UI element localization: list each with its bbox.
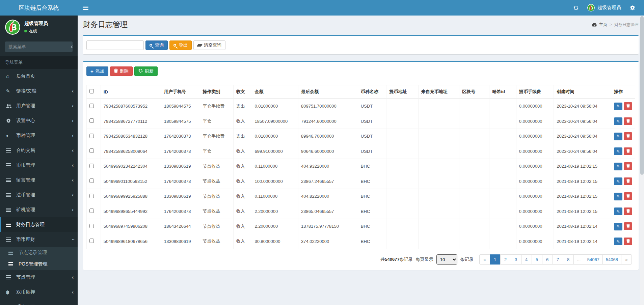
username: 超级管理员 [597, 5, 621, 11]
menu-search-button[interactable] [71, 41, 73, 52]
page-title: 财务日志管理 [83, 20, 128, 30]
cell-withdraw_address [386, 114, 418, 129]
sidebar-item-link[interactable]: ⌂后台首页 [0, 69, 78, 84]
pager-page[interactable]: 1 [490, 254, 501, 265]
row-checkbox[interactable] [89, 239, 94, 243]
pager-page[interactable]: 6 [542, 254, 553, 265]
menu-search-input[interactable] [5, 41, 71, 52]
row-checkbox[interactable] [89, 164, 94, 168]
pager-next[interactable]: » [621, 254, 632, 265]
query-input[interactable] [86, 40, 144, 50]
row-delete-button[interactable] [624, 147, 632, 155]
pager-page[interactable]: 3 [511, 254, 521, 265]
sidebar-item-link[interactable]: 币币理财‹ [0, 232, 78, 247]
sidebar-item-link[interactable]: 留言管理‹ [0, 173, 78, 188]
edit-button[interactable]: ✎ [614, 177, 622, 185]
sidebar-item-link[interactable]: 矿机管理‹ [0, 202, 78, 217]
trash-icon [626, 224, 630, 229]
edit-button[interactable]: ✎ [614, 133, 622, 140]
edit-button[interactable]: ✎ [614, 147, 622, 155]
clear-query-button[interactable]: 清空查询 [193, 40, 225, 50]
pager-page[interactable]: 54067 [584, 254, 603, 265]
chevron-left-icon: ‹ [72, 290, 74, 294]
pager-page[interactable]: 2 [500, 254, 511, 265]
sidebar-item-link[interactable]: 法币管理‹ [0, 188, 78, 202]
row-delete-button[interactable] [624, 222, 632, 230]
sidebar-item: 系统管理‹ [0, 300, 78, 305]
pencil-icon: ✎ [616, 224, 620, 229]
cell-block_no [459, 129, 489, 144]
edit-button[interactable]: ✎ [614, 117, 622, 125]
row-delete-button[interactable] [624, 102, 632, 110]
sidebar-item-link[interactable]: 财务日志管理 [0, 217, 78, 232]
query-button[interactable]: 查询 [145, 40, 168, 50]
row-delete-button[interactable] [624, 132, 632, 140]
edit-button[interactable]: ✎ [614, 163, 622, 170]
sidebar-item-link[interactable]: ฿双币质押‹ [0, 285, 78, 300]
row-checkbox[interactable] [89, 134, 94, 138]
add-button[interactable]: +添加 [86, 66, 108, 76]
pager-page[interactable]: 54068 [602, 254, 621, 265]
edit-button[interactable]: ✎ [614, 193, 622, 200]
refresh-button[interactable]: 刷新 [134, 66, 158, 76]
sidebar-item-link[interactable]: 设置中心‹ [0, 113, 78, 128]
row-checkbox[interactable] [89, 224, 94, 228]
pager-page[interactable]: 7 [553, 254, 563, 265]
pager-page[interactable]: 4 [521, 254, 532, 265]
row-delete-button[interactable] [624, 177, 632, 185]
row-checkbox[interactable] [89, 178, 94, 183]
refresh-icon[interactable] [573, 5, 579, 10]
records-label: 条记录 [460, 256, 474, 262]
row-delete-button[interactable] [624, 207, 632, 215]
cell-deposit_from_address [418, 234, 459, 249]
cell-withdraw_address [386, 204, 418, 219]
row-delete-button[interactable] [624, 162, 632, 170]
edit-button[interactable]: ✎ [614, 207, 622, 215]
sidebar-item-link[interactable]: ●币种管理‹ [0, 128, 78, 143]
cell-op_type: 节点收益 [200, 189, 233, 204]
pager-prev[interactable]: « [479, 254, 490, 265]
cell-id: 504996902342242304 [101, 159, 161, 174]
user-menu[interactable]: B 超级管理员 [587, 4, 621, 11]
cell-deposit_from_address [418, 219, 459, 234]
edit-button[interactable]: ✎ [614, 238, 622, 245]
sidebar-item-link[interactable]: 币币管理‹ [0, 158, 78, 173]
pager-page[interactable]: 8 [563, 254, 574, 265]
row-delete-button[interactable] [624, 117, 632, 125]
sidebar-item-link[interactable]: 用户管理‹ [0, 99, 78, 113]
row-delete-button[interactable] [624, 238, 632, 245]
delete-button[interactable]: 删除 [110, 66, 133, 76]
edit-button[interactable]: ✎ [614, 103, 622, 110]
sidebar-item-link[interactable]: ✎链接/文档‹ [0, 84, 78, 99]
row-checkbox[interactable] [89, 118, 94, 123]
sidebar-toggle-button[interactable] [78, 0, 94, 16]
cell-coin: BHC [358, 219, 386, 234]
breadcrumb-home-link[interactable]: 主页 [599, 22, 607, 28]
row-checkbox[interactable] [89, 209, 94, 213]
cell-deposit_from_address [418, 129, 459, 144]
edit-button[interactable]: ✎ [614, 223, 622, 230]
gear-icon[interactable] [630, 5, 635, 10]
cell-direction: 支出 [233, 99, 252, 114]
brand-logo[interactable]: 区块链后台系统 [0, 0, 78, 16]
select-all-checkbox[interactable] [89, 89, 94, 93]
pencil-icon: ✎ [616, 194, 620, 199]
sidebar-subitem-link[interactable]: 节点记录管理 [0, 247, 78, 258]
row-checkbox[interactable] [89, 104, 94, 108]
column-header: 操作 [611, 85, 635, 99]
row-checkbox[interactable] [89, 148, 94, 153]
per-page-select[interactable]: 10 [436, 254, 457, 265]
cell-withdraw_fee: 0.00000000 [516, 159, 554, 174]
row-delete-button[interactable] [624, 192, 632, 200]
row-checkbox[interactable] [89, 194, 94, 198]
sidebar-item-link[interactable]: 节点管理‹ [0, 270, 78, 285]
scrollbar-thumb[interactable] [640, 16, 644, 175]
pager-page[interactable]: 5 [532, 254, 542, 265]
sidebar-item-link[interactable]: 系统管理‹ [0, 300, 78, 305]
cell-created_at: 2023-10-24 09:56:04 [554, 144, 611, 159]
export-button[interactable]: 导出 [169, 40, 192, 50]
cell-hash_id [489, 114, 516, 129]
scrollbar[interactable] [640, 16, 644, 305]
sidebar-item-link[interactable]: 合约交易‹ [0, 143, 78, 158]
sidebar-subitem-link[interactable]: POS管理管理 [0, 258, 78, 270]
